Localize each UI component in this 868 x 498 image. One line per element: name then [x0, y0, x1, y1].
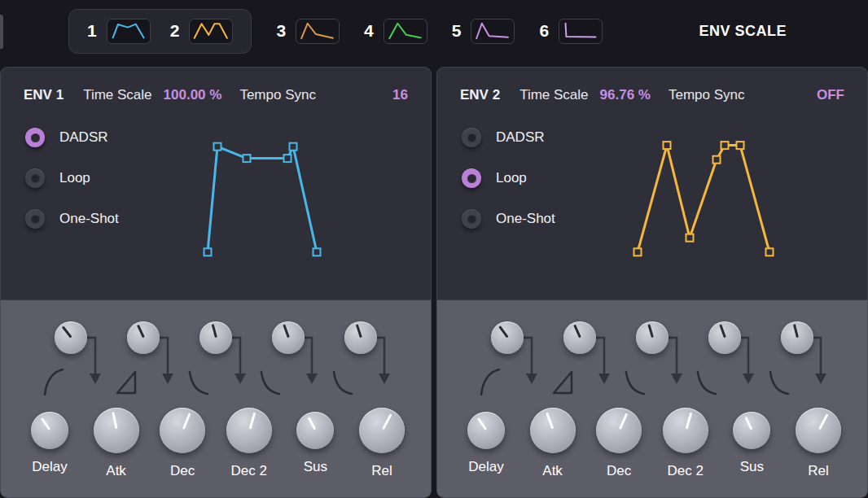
env-tab-6[interactable]: 6	[539, 19, 603, 44]
slope-control-group	[616, 321, 689, 406]
slope-knob[interactable]	[491, 321, 524, 354]
knob-dec[interactable]	[160, 408, 205, 453]
left-edge-divider	[0, 15, 3, 49]
mode-label: Loop	[59, 170, 90, 186]
env-tab-1[interactable]: 1	[87, 19, 151, 44]
knob-dec[interactable]	[596, 408, 642, 453]
knob-dec-2[interactable]	[226, 408, 272, 453]
knob-dec-2[interactable]	[663, 408, 708, 453]
env-curve-icon	[559, 19, 603, 44]
tempo-sync-value[interactable]: OFF	[817, 87, 844, 103]
slope-control-group	[35, 321, 107, 406]
env1-knob-section: DelayAtkDecDec 2SusRel	[0, 299, 432, 498]
mode-option-dadsr[interactable]: DADSR	[462, 128, 615, 147]
mode-option-dadsr[interactable]: DADSR	[25, 128, 178, 147]
stage-knob-group: Sus	[283, 408, 348, 479]
knob-label: Delay	[468, 459, 503, 475]
slope-knob[interactable]	[781, 321, 813, 354]
env2-mode-list: DADSR Loop One-Shot	[462, 128, 615, 261]
envelope-display[interactable]	[623, 131, 786, 261]
knob-label: Rel	[808, 463, 829, 479]
knob-rel[interactable]	[796, 408, 841, 453]
stage-knob-group: Atk	[84, 408, 149, 479]
time-scale-value[interactable]: 100.00 %	[164, 87, 222, 103]
slope-control-group	[544, 321, 616, 406]
knob-rel[interactable]	[359, 408, 405, 453]
tempo-sync-value[interactable]: 16	[392, 87, 408, 103]
slope-knob[interactable]	[55, 321, 87, 354]
radio-indicator	[462, 168, 481, 188]
env-curve-icon	[189, 19, 233, 44]
stage-knob-group: Delay	[454, 408, 519, 479]
knob-label: Rel	[371, 463, 392, 479]
slope-control-group	[252, 321, 324, 406]
env-tab-3[interactable]: 3	[276, 19, 340, 44]
tab-number: 4	[364, 21, 374, 41]
slope-control-group	[471, 321, 544, 406]
slope-knob[interactable]	[344, 321, 377, 354]
slope-knob[interactable]	[563, 321, 596, 354]
env-tab-4[interactable]: 4	[364, 19, 427, 44]
slope-knob-row	[450, 321, 854, 406]
env2-header: ENV 2 Time Scale 96.76 % Tempo Sync OFF	[437, 68, 867, 103]
stage-knob-group: Dec	[586, 408, 651, 479]
knob-label: Dec 2	[668, 463, 704, 479]
radio-indicator	[462, 128, 481, 147]
env2-knob-section: DelayAtkDecDec 2SusRel	[436, 299, 868, 498]
slope-knob-row	[14, 321, 418, 406]
envelope-display[interactable]	[186, 131, 349, 261]
slope-control-group	[324, 321, 397, 406]
stage-knob-group: Dec 2	[217, 408, 282, 479]
stage-knob-group: Atk	[520, 408, 585, 479]
mode-option-one-shot[interactable]: One-Shot	[462, 209, 615, 229]
env1-body: DADSR Loop One-Shot	[1, 103, 431, 261]
env2-panel: ENV 2 Time Scale 96.76 % Tempo Sync OFF …	[436, 67, 868, 498]
mode-label: DADSR	[59, 129, 108, 146]
knob-sus[interactable]	[296, 412, 334, 449]
slope-knob[interactable]	[272, 321, 305, 354]
slope-knob[interactable]	[127, 321, 160, 354]
env-curve-icon	[471, 19, 515, 44]
env-tab-2[interactable]: 2	[170, 19, 234, 44]
radio-indicator	[25, 209, 45, 229]
panel-title: ENV 1	[24, 87, 64, 103]
slope-control-group	[107, 321, 180, 406]
mode-label: One-Shot	[59, 211, 119, 227]
env-tab-5[interactable]: 5	[452, 19, 515, 44]
tab-number: 3	[276, 21, 286, 41]
env1-header: ENV 1 Time Scale 100.00 % Tempo Sync 16	[1, 68, 431, 103]
env1-panel: ENV 1 Time Scale 100.00 % Tempo Sync 16 …	[0, 67, 432, 498]
knob-label: Sus	[740, 459, 764, 475]
slope-knob[interactable]	[708, 321, 741, 354]
time-scale-value[interactable]: 96.76 %	[600, 87, 651, 103]
tab-number: 6	[539, 21, 549, 41]
envelope-panels: ENV 1 Time Scale 100.00 % Tempo Sync 16 …	[0, 62, 868, 498]
panel-title: ENV 2	[460, 87, 500, 103]
stage-knob-group: Sus	[719, 408, 784, 479]
env-curve-icon	[384, 19, 427, 44]
radio-indicator	[462, 209, 481, 229]
mode-label: DADSR	[496, 129, 545, 146]
tempo-sync-label: Tempo Sync	[669, 87, 745, 103]
mode-option-loop[interactable]: Loop	[462, 168, 615, 188]
knob-atk[interactable]	[94, 408, 139, 453]
knob-atk[interactable]	[530, 408, 576, 453]
knob-delay[interactable]	[467, 412, 505, 449]
env2-body: DADSR Loop One-Shot	[437, 103, 867, 261]
radio-indicator	[25, 168, 45, 188]
mode-option-one-shot[interactable]: One-Shot	[25, 209, 178, 229]
envelope-topbar: 1 2 3 4 5 6 ENV SCALE	[0, 0, 868, 62]
slope-knob[interactable]	[199, 321, 232, 354]
knob-sus[interactable]	[733, 412, 770, 449]
mode-option-loop[interactable]: Loop	[25, 168, 178, 188]
tab-number: 2	[170, 21, 180, 41]
knob-label: Atk	[542, 463, 563, 479]
env-curve-icon	[296, 19, 340, 44]
knob-delay[interactable]	[31, 412, 68, 449]
env-tab-list: 3 4 5 6	[276, 19, 603, 44]
slope-knob[interactable]	[636, 321, 669, 354]
stage-knob-row: DelayAtkDecDec 2SusRel	[450, 408, 854, 479]
knob-label: Delay	[32, 459, 67, 475]
mode-label: Loop	[496, 170, 527, 186]
stage-knob-group: Dec 2	[653, 408, 718, 479]
